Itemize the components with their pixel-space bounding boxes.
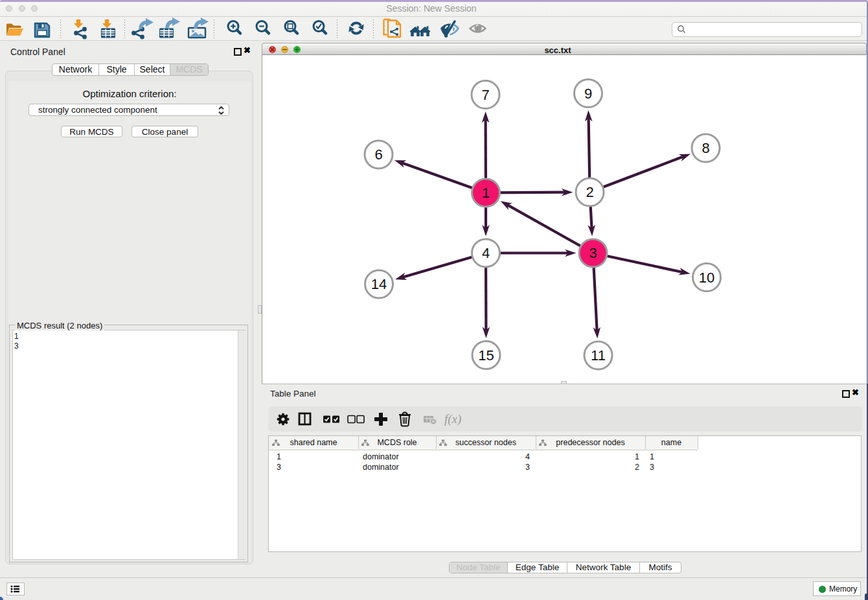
svg-text:3: 3 [589,245,597,261]
svg-text:f(x): f(x) [444,412,461,426]
svg-text:6: 6 [374,146,382,163]
svg-text:1: 1 [482,185,490,201]
svg-text:2: 2 [586,184,593,200]
svg-text:9: 9 [584,86,592,102]
svg-text:10: 10 [699,270,714,286]
svg-text:4: 4 [482,245,490,261]
svg-text:7: 7 [481,87,489,103]
svg-text:8: 8 [702,140,709,156]
svg-text:15: 15 [478,347,494,363]
svg-text:11: 11 [591,347,606,363]
svg-text:14: 14 [371,276,387,292]
